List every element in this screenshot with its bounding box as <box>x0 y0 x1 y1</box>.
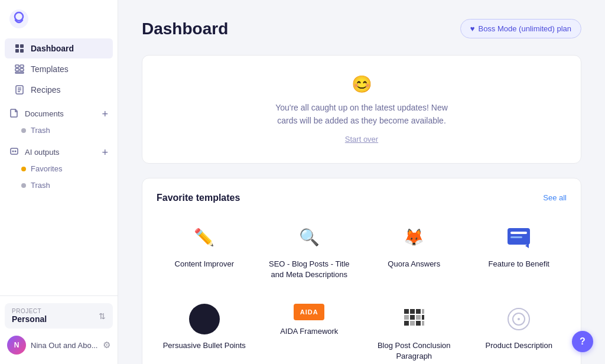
trash-docs-label: Trash <box>31 126 50 135</box>
template-aida-framework[interactable]: AIDA AIDA Framework <box>262 297 357 364</box>
update-card: 😊 You're all caught up on the latest upd… <box>142 55 581 164</box>
recipes-icon <box>14 84 25 95</box>
svg-rect-2 <box>15 44 19 48</box>
template-product-description[interactable]: Product Description <box>471 297 567 364</box>
update-text: You're all caught up on the latest updat… <box>157 101 567 128</box>
sidebar: Dashboard Templates Recipes Documents + <box>0 0 118 364</box>
template-name: Content Improver <box>175 259 234 269</box>
documents-add-button[interactable]: + <box>102 109 108 119</box>
svg-point-17 <box>15 151 17 152</box>
svg-rect-33 <box>422 321 424 326</box>
svg-rect-20 <box>510 236 522 238</box>
sidebar-item-label: Templates <box>31 64 69 74</box>
settings-icon[interactable]: ⚙ <box>103 340 110 350</box>
svg-rect-10 <box>15 72 24 73</box>
documents-label: Documents <box>25 109 64 118</box>
trash-docs-dot <box>21 128 26 133</box>
sidebar-item-label: Recipes <box>31 85 61 95</box>
template-persuasive-bullets[interactable]: Persuasive Bullet Points <box>157 297 252 364</box>
boss-mode-icon: ♥ <box>470 24 475 33</box>
favorite-templates-section: Favorite templates See all ✏️ Content Im… <box>142 178 581 364</box>
favorites-label: Favorites <box>31 164 62 173</box>
svg-rect-25 <box>422 309 424 314</box>
project-label: PROJECT <box>12 308 47 314</box>
templates-icon <box>14 64 25 74</box>
template-name: AIDA Framework <box>280 326 338 337</box>
avatar: N <box>7 336 26 355</box>
sidebar-item-dashboard[interactable]: Dashboard <box>5 38 113 58</box>
project-selector[interactable]: PROJECT Personal ⇅ <box>5 303 113 329</box>
svg-rect-5 <box>20 49 24 53</box>
template-name: Feature to Benefit <box>489 259 549 269</box>
trash-ai-dot <box>21 183 26 188</box>
update-emoji: 😊 <box>157 74 567 94</box>
ai-outputs-section-header[interactable]: AI outputs + <box>0 141 118 160</box>
trash-ai-label: Trash <box>31 181 50 190</box>
template-feature-benefit[interactable]: Feature to Benefit <box>471 215 567 287</box>
jasper-logo <box>9 9 28 28</box>
svg-rect-22 <box>404 309 409 314</box>
documents-icon <box>9 108 19 119</box>
template-name: Product Description <box>486 340 552 351</box>
aida-icon: AIDA <box>294 304 324 320</box>
template-quora-answers[interactable]: 🦊 Quora Answers <box>366 215 462 287</box>
ai-outputs-add-button[interactable]: + <box>102 147 108 158</box>
svg-rect-31 <box>410 321 415 326</box>
svg-rect-28 <box>416 315 421 320</box>
svg-rect-7 <box>20 65 24 67</box>
section-title: Favorite templates <box>157 193 240 203</box>
see-all-link[interactable]: See all <box>543 193 567 202</box>
product-description-icon <box>503 304 534 334</box>
project-chevron-icon: ⇅ <box>99 311 106 321</box>
template-content-improver[interactable]: ✏️ Content Improver <box>157 215 252 287</box>
start-over-link[interactable]: Start over <box>345 135 378 144</box>
seo-blog-icon: 🔍 <box>294 222 324 253</box>
template-name: Blog Post Conclusion Paragraph <box>371 340 457 362</box>
persuasive-bullets-icon <box>189 304 220 334</box>
boss-mode-label: Boss Mode (unlimited) plan <box>478 24 571 33</box>
svg-rect-32 <box>416 321 421 326</box>
svg-rect-6 <box>15 65 19 67</box>
main-header: Dashboard ♥ Boss Mode (unlimited) plan <box>142 19 581 38</box>
sidebar-item-favorites[interactable]: Favorites <box>5 161 113 177</box>
content-improver-icon: ✏️ <box>189 222 220 253</box>
quora-icon: 🦊 <box>399 222 430 253</box>
blog-conclusion-icon <box>399 304 430 334</box>
project-name: Personal <box>12 314 47 324</box>
template-blog-conclusion[interactable]: Blog Post Conclusion Paragraph <box>366 297 462 364</box>
svg-rect-30 <box>404 321 409 326</box>
svg-rect-3 <box>20 44 24 48</box>
feature-benefit-icon <box>503 222 534 253</box>
sidebar-item-templates[interactable]: Templates <box>5 59 113 79</box>
svg-point-16 <box>12 151 14 152</box>
svg-rect-23 <box>410 309 415 314</box>
svg-rect-15 <box>11 148 18 154</box>
help-button[interactable]: ? <box>572 331 593 352</box>
sidebar-item-trash-ai[interactable]: Trash <box>5 177 113 193</box>
ai-outputs-label: AI outputs <box>25 148 60 157</box>
sidebar-item-label: Dashboard <box>31 44 74 53</box>
svg-rect-8 <box>15 69 19 71</box>
sidebar-item-recipes[interactable]: Recipes <box>5 80 113 100</box>
svg-rect-24 <box>416 309 421 314</box>
documents-section-header[interactable]: Documents + <box>0 102 118 122</box>
svg-rect-29 <box>422 315 424 320</box>
main-content: Dashboard ♥ Boss Mode (unlimited) plan 😊… <box>118 0 605 364</box>
templates-grid: ✏️ Content Improver 🔍 SEO - Blog Posts -… <box>157 215 567 364</box>
favorites-dot <box>21 167 26 171</box>
sidebar-navigation: Dashboard Templates Recipes Documents + <box>0 35 118 295</box>
page-title: Dashboard <box>142 20 228 38</box>
svg-rect-4 <box>15 49 19 53</box>
ai-outputs-icon <box>9 147 19 158</box>
section-header: Favorite templates See all <box>157 193 567 203</box>
svg-rect-27 <box>410 315 415 320</box>
boss-mode-button[interactable]: ♥ Boss Mode (unlimited) plan <box>460 19 581 38</box>
svg-rect-26 <box>404 315 409 320</box>
sidebar-item-trash-docs[interactable]: Trash <box>5 122 113 138</box>
template-seo-blog-posts[interactable]: 🔍 SEO - Blog Posts - Title and Meta Desc… <box>262 215 357 287</box>
dashboard-icon <box>14 43 25 54</box>
svg-rect-9 <box>20 69 24 71</box>
user-name: Nina Out and Abo... <box>31 341 103 350</box>
svg-point-36 <box>518 318 520 320</box>
svg-rect-19 <box>510 232 527 234</box>
